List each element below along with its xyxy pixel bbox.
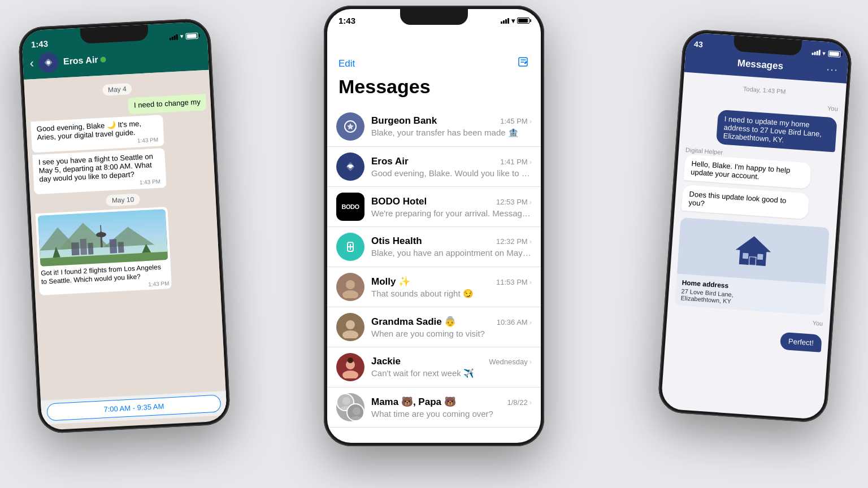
svg-rect-27 <box>118 242 124 253</box>
svg-rect-26 <box>110 239 118 253</box>
msg-top-row: Molly ✨ 11:53 PM › <box>371 276 532 287</box>
conversation-burgeon-bank[interactable]: Burgeon Bank 1:45 PM › Blake, your trans… <box>327 107 541 147</box>
svg-point-11 <box>342 397 350 405</box>
svg-point-4 <box>346 280 355 289</box>
svg-point-13 <box>353 407 361 415</box>
msg-name: Jackie <box>371 356 401 367</box>
dh-body: Today, 1:43 PM You I need to update my h… <box>665 72 847 360</box>
msg-preview: When are you coming to visit? <box>371 329 532 338</box>
svg-rect-33 <box>757 254 763 260</box>
svg-rect-25 <box>88 243 93 255</box>
msg-time: 1/8/22 › <box>507 398 532 407</box>
more-options-button[interactable]: ··· <box>826 63 839 76</box>
msg-preview: Good evening, Blake. Would you like to c… <box>371 168 532 178</box>
svg-point-6 <box>346 320 355 329</box>
bubble-you: I need to update my home address to 27 L… <box>716 110 837 152</box>
bubble: I need to change my <box>128 94 206 114</box>
battery-right <box>828 50 841 58</box>
msg-name: Mama 🐻, Papa 🐻 <box>371 396 456 408</box>
status-time-right: 43 <box>694 40 704 49</box>
msg-name: Eros Air <box>371 156 409 167</box>
battery-icon <box>517 18 530 24</box>
conversation-content: Burgeon Bank 1:45 PM › Blake, your trans… <box>371 115 532 138</box>
recv-confirm-msg: Does this update look good to you? <box>682 185 832 221</box>
svg-point-7 <box>342 330 358 338</box>
msg-name: BODO Hotel <box>371 196 427 207</box>
conversation-content: Mama 🐻, Papa 🐻 1/8/22 › What time are yo… <box>371 396 532 419</box>
conversation-grandma-sadie[interactable]: Grandma Sadie 👵 10:36 AM › When are you … <box>327 307 541 347</box>
msg-preview: That sounds about right 😏 <box>371 289 532 299</box>
right-phone: 43 ▾ Messages ··· To <box>657 28 853 423</box>
svg-rect-24 <box>80 239 87 255</box>
svg-point-9 <box>342 371 358 378</box>
avatar-burgeon-bank <box>336 112 364 141</box>
back-button[interactable]: ‹ <box>29 56 34 71</box>
conversation-content: Grandma Sadie 👵 10:36 AM › When are you … <box>371 316 532 338</box>
avatar-grandma-sadie <box>336 313 364 341</box>
svg-rect-23 <box>71 242 80 255</box>
svg-line-22 <box>101 225 101 232</box>
bubble-them-2: Does this update look good to you? <box>682 185 810 220</box>
right-phone-screen: 43 ▾ Messages ··· To <box>661 32 849 420</box>
conversation-jackie[interactable]: Jackie Wednesday › Can't wait for next w… <box>327 347 541 387</box>
msg-time: 1:45 PM › <box>500 117 532 125</box>
msg-time: 1:41 PM › <box>500 158 532 166</box>
chat-contact-name: Eros Air <box>63 49 201 67</box>
signal-left <box>169 34 178 40</box>
avatar-jackie <box>336 353 364 381</box>
center-phone: 1:43 ▾ Edit <box>324 6 544 446</box>
avatar-mama-papa <box>336 393 364 421</box>
msg-time: 12:53 PM › <box>496 198 532 206</box>
conversation-content: Eros Air 1:41 PM › Good evening, Blake. … <box>371 156 532 178</box>
chat-body: May 4 I need to change my Good evening, … <box>24 70 227 422</box>
svg-rect-34 <box>749 258 756 265</box>
home-address-card: Home address 27 Love Bird Lane, Elizabet… <box>675 217 830 316</box>
messages-title: Messages <box>338 73 530 102</box>
msg-name: Grandma Sadie 👵 <box>371 316 456 328</box>
msg-name: Molly ✨ <box>371 276 410 287</box>
avatar-eros-air <box>336 152 364 181</box>
msg-name: Burgeon Bank <box>371 115 437 127</box>
wifi-right: ▾ <box>822 49 826 56</box>
conversation-mama-papa[interactable]: Mama 🐻, Papa 🐻 1/8/22 › What time are yo… <box>327 387 541 428</box>
msg-top-row: Burgeon Bank 1:45 PM › <box>371 115 532 127</box>
chat-header-info: Eros Air <box>63 49 201 67</box>
msg-preview: Can't wait for next week ✈️ <box>371 368 532 378</box>
svg-point-5 <box>342 290 358 298</box>
online-indicator <box>100 56 106 63</box>
conversation-bodo-hotel[interactable]: BODO BODO Hotel 12:53 PM › We're prepari… <box>327 187 541 227</box>
conversation-content: Molly ✨ 11:53 PM › That sounds about rig… <box>371 276 532 299</box>
msg-top-row: Mama 🐻, Papa 🐻 1/8/22 › <box>371 396 532 408</box>
bubble: Good evening, Blake 🌙 It's me, Aries, yo… <box>31 115 164 152</box>
conversation-otis-health[interactable]: Otis Health 12:32 PM › Blake, you have a… <box>327 227 541 267</box>
time-option-button[interactable]: 7:00 AM - 9:35 AM <box>46 395 221 421</box>
msg-time: 12:32 PM › <box>496 237 532 246</box>
sent-address-msg: I need to update my home address to 27 L… <box>686 107 837 152</box>
recv-hello-msg: Digital Helper Hello, Blake. I'm happy t… <box>683 146 835 190</box>
msg-top-row: Grandma Sadie 👵 10:36 AM › <box>371 316 532 328</box>
conversation-molly[interactable]: Molly ✨ 11:53 PM › That sounds about rig… <box>327 267 541 307</box>
svg-point-2 <box>349 165 352 168</box>
msg-top-row: Jackie Wednesday › <box>371 356 532 367</box>
conversation-eros-air[interactable]: Eros Air 1:41 PM › Good evening, Blake. … <box>327 147 541 187</box>
signal-right <box>811 49 821 55</box>
msg-preview: We're preparing for your arrival. Messag… <box>371 208 532 218</box>
msg-top-row: Eros Air 1:41 PM › <box>371 156 532 167</box>
conversation-content: Jackie Wednesday › Can't wait for next w… <box>371 356 532 378</box>
recv-msg-flight: I see you have a flight to Seattle on Ma… <box>32 146 210 194</box>
messages-nav: Edit <box>338 56 530 71</box>
avatar-otis-health <box>336 233 364 261</box>
bubble-perfect: Perfect! <box>780 332 822 352</box>
msg-preview: Blake, you have an appointment on May 5 … <box>371 248 532 258</box>
msg-name: Otis Health <box>371 236 422 247</box>
avatar-molly <box>336 273 364 301</box>
msg-top-row: Otis Health 12:32 PM › <box>371 236 532 247</box>
eros-air-avatar <box>38 52 59 73</box>
wifi-icon: ▾ <box>511 17 515 25</box>
edit-button[interactable]: Edit <box>338 58 355 69</box>
status-time: 1:43 <box>338 16 355 25</box>
msg-time: 11:53 PM › <box>496 278 532 286</box>
msg-time: Wednesday › <box>489 358 532 366</box>
compose-icon[interactable] <box>517 56 530 71</box>
bubble: I see you have a flight to Seattle on Ma… <box>32 148 166 194</box>
